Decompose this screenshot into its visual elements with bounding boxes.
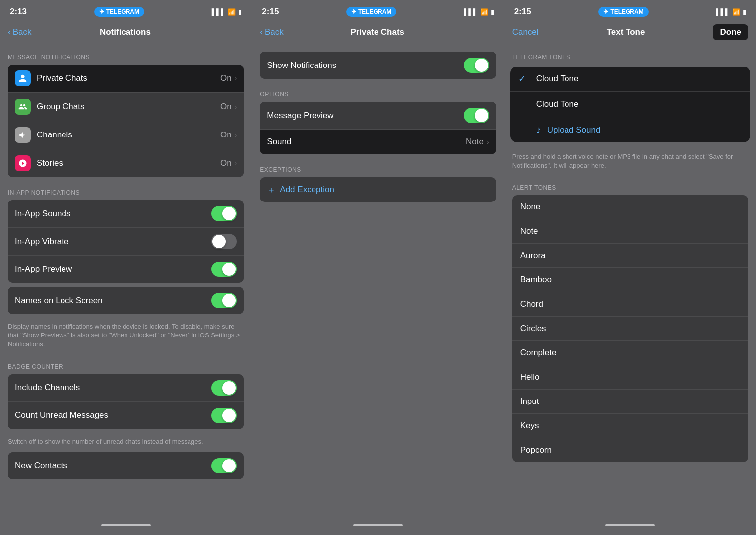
inapp-vibrate-label: In-App Vibrate: [15, 237, 211, 247]
list-item-group-chats[interactable]: Group Chats On ›: [8, 93, 244, 121]
section-header-msg: MESSAGE NOTIFICATIONS: [0, 46, 252, 65]
list-item-stories[interactable]: Stories On ›: [8, 149, 244, 177]
tone-note[interactable]: Note: [512, 219, 748, 244]
tone-keys-label: Keys: [520, 421, 539, 431]
dropdown-upload-sound[interactable]: ✓ ♪ Upload Sound: [510, 117, 750, 142]
names-lock-toggle[interactable]: [211, 293, 237, 308]
tone-bamboo[interactable]: Bamboo: [512, 268, 748, 292]
telegram-badge-1: ✈ TELEGRAM: [94, 7, 144, 17]
new-contacts-toggle[interactable]: [211, 458, 237, 473]
status-bar-3: 2:15 ✈ TELEGRAM ▌▌▌ 📶 ▮: [504, 0, 756, 22]
add-exception-row[interactable]: ＋ Add Exception: [260, 177, 496, 202]
tone-aurora[interactable]: Aurora: [512, 244, 748, 268]
dropdown-cloud-tone-selected[interactable]: ✓ Cloud Tone: [510, 67, 750, 92]
list-item-message-preview[interactable]: Message Preview: [260, 102, 496, 130]
group-chats-chevron: ›: [235, 103, 237, 111]
tone-none-label: None: [520, 202, 541, 212]
status-icons-1: ▌▌▌ 📶 ▮: [212, 8, 242, 16]
list-item-include-channels[interactable]: Include Channels: [8, 374, 244, 402]
bottom-bar-3: [504, 517, 756, 535]
channels-value: On: [220, 130, 232, 140]
battery-icon-3: ▮: [743, 8, 746, 16]
include-channels-toggle[interactable]: [211, 380, 237, 396]
status-bar-2: 2:15 ✈ TELEGRAM ▌▌▌ 📶 ▮: [252, 0, 504, 22]
list-item-inapp-preview[interactable]: In-App Preview: [8, 256, 244, 283]
options-group: Message Preview Sound Note ›: [260, 102, 496, 154]
list-item-names-lock-screen[interactable]: Names on Lock Screen: [8, 287, 244, 314]
upload-sound-label: Upload Sound: [547, 125, 742, 135]
cloud-tone-2-label: Cloud Tone: [536, 99, 742, 109]
tone-popcorn[interactable]: Popcorn: [512, 438, 748, 462]
page-title-1: Notifications: [100, 27, 151, 37]
show-notifications-toggle[interactable]: [464, 58, 489, 73]
content-area-2: Show Notifications OPTIONS Message Previ…: [252, 46, 504, 517]
tone-chord[interactable]: Chord: [512, 292, 748, 317]
group-chats-value: On: [220, 102, 232, 112]
alert-tones-group: None Note Aurora Bamboo Chord Circles Co…: [512, 195, 748, 462]
status-center-2: ✈ TELEGRAM: [346, 7, 396, 17]
inapp-vibrate-toggle[interactable]: [211, 234, 237, 249]
plus-icon: ＋: [267, 184, 276, 196]
sound-chevron: ›: [487, 138, 489, 146]
nav-bar-1: ‹ Back Notifications: [0, 22, 252, 46]
stories-icon: [15, 155, 31, 171]
list-item-private-chats[interactable]: Private Chats On ›: [8, 65, 244, 93]
private-chats-icon: [15, 70, 31, 86]
inapp-sounds-label: In-App Sounds: [15, 209, 211, 219]
list-item-show-notifications[interactable]: Show Notifications: [260, 52, 496, 79]
nav-bar-2: ‹ Back Private Chats: [252, 22, 504, 46]
wifi-icon-3: 📶: [732, 8, 740, 16]
dropdown-cloud-tone-2[interactable]: ✓ Cloud Tone: [510, 92, 750, 117]
done-button-3[interactable]: Done: [713, 24, 748, 40]
status-center-1: ✈ TELEGRAM: [94, 7, 144, 17]
tone-hello[interactable]: Hello: [512, 365, 748, 390]
bottom-bar-2: [252, 517, 504, 535]
list-item-sound[interactable]: Sound Note ›: [260, 130, 496, 154]
message-preview-toggle[interactable]: [464, 108, 489, 123]
wifi-icon-2: 📶: [480, 8, 488, 16]
list-item-new-contacts[interactable]: New Contacts: [8, 452, 244, 479]
tone-complete[interactable]: Complete: [512, 341, 748, 365]
status-center-3: ✈ TELEGRAM: [598, 7, 648, 17]
sound-value: Note: [466, 137, 484, 147]
message-notifications-group: Private Chats On › Group Chats On › Chan…: [8, 65, 244, 177]
section-header-inapp: IN-APP NOTIFICATIONS: [0, 181, 252, 200]
tone-keys[interactable]: Keys: [512, 414, 748, 438]
back-button-1[interactable]: ‹ Back: [8, 27, 31, 37]
tone-circles[interactable]: Circles: [512, 317, 748, 341]
cancel-button-3[interactable]: Cancel: [512, 27, 539, 37]
list-item-count-unread[interactable]: Count Unread Messages: [8, 402, 244, 429]
section-header-telegram-tones: TELEGRAM TONES: [504, 46, 756, 65]
exceptions-group: ＋ Add Exception: [260, 177, 496, 202]
channels-label: Channels: [37, 130, 220, 140]
list-item-inapp-vibrate[interactable]: In-App Vibrate: [8, 228, 244, 256]
badge-desc: Switch off to show the number of unread …: [0, 433, 252, 452]
message-preview-label: Message Preview: [267, 111, 463, 121]
list-item-inapp-sounds[interactable]: In-App Sounds: [8, 200, 244, 228]
count-unread-toggle[interactable]: [211, 408, 237, 423]
sound-label: Sound: [267, 137, 466, 147]
group-chats-icon: [15, 99, 31, 115]
private-chats-label: Private Chats: [37, 73, 220, 83]
signal-icon-3: ▌▌▌: [716, 8, 730, 16]
back-button-2[interactable]: ‹ Back: [260, 27, 283, 37]
telegram-tones-dropdown: ✓ Cloud Tone ✓ Cloud Tone ✓ ♪ Upload Sou…: [510, 67, 750, 142]
badge-counter-group: Include Channels Count Unread Messages: [8, 374, 244, 429]
inapp-sounds-toggle[interactable]: [211, 206, 237, 221]
private-chats-value: On: [220, 73, 232, 83]
list-item-channels[interactable]: Channels On ›: [8, 121, 244, 149]
tone-none[interactable]: None: [512, 195, 748, 219]
content-area-3: TELEGRAM TONES ✓ Cloud Tone ✓ Cloud Tone…: [504, 46, 756, 517]
channels-chevron: ›: [235, 131, 237, 139]
checkmark-icon: ✓: [518, 73, 530, 84]
cloud-tone-selected-label: Cloud Tone: [536, 74, 742, 84]
tone-complete-label: Complete: [520, 348, 557, 358]
inapp-preview-toggle[interactable]: [211, 262, 237, 277]
wifi-icon: 📶: [228, 8, 236, 16]
tone-aurora-label: Aurora: [520, 251, 546, 261]
tone-popcorn-label: Popcorn: [520, 445, 552, 455]
telegram-badge-3: ✈ TELEGRAM: [598, 7, 648, 17]
scroll-indicator-2: [353, 524, 403, 526]
panel-text-tone: 2:15 ✈ TELEGRAM ▌▌▌ 📶 ▮ Cancel Text Tone…: [504, 0, 756, 535]
tone-input[interactable]: Input: [512, 390, 748, 414]
